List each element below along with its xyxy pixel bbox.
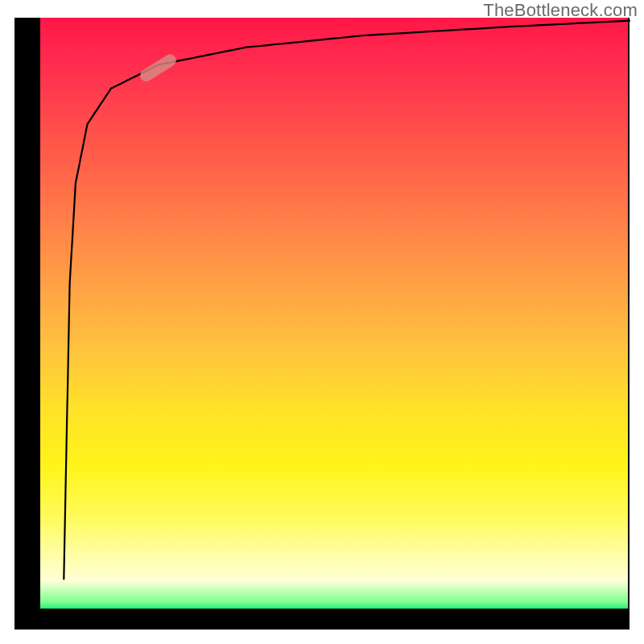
chart-canvas: TheBottleneck.com: [0, 0, 644, 644]
bottleneck-curve: [64, 21, 630, 580]
plot-frame: [14, 18, 630, 630]
curve-layer: [14, 18, 630, 630]
curve-highlight-marker: [138, 52, 178, 84]
